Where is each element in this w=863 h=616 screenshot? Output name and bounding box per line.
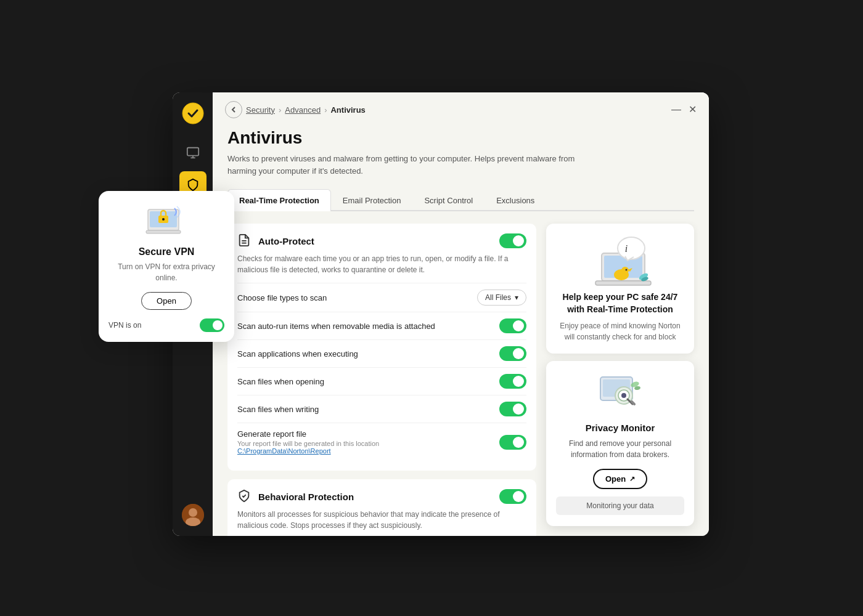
auto-protect-title: Auto-Protect [258, 236, 314, 246]
back-button[interactable] [225, 101, 242, 118]
vpn-card: Secure VPN Turn on VPN for extra privacy… [99, 191, 234, 342]
vpn-desc: Turn on VPN for extra privacy online. [108, 261, 224, 283]
svg-point-5 [182, 103, 203, 124]
setting-row-opening: Scan files when opening ✓ [237, 367, 526, 395]
vpn-status-label: VPN is on [108, 321, 141, 330]
norton-logo[interactable] [182, 102, 204, 124]
behavioral-title-row: Behavioral Protection [237, 489, 354, 504]
privacy-card-inner: Privacy Monitor Find and remove your per… [556, 372, 684, 515]
page-description: Works to prevent viruses and malware fro… [227, 153, 585, 177]
behavioral-protection-section: Behavioral Protection ✓ Monitors all pro… [227, 479, 536, 536]
tab-email-protection[interactable]: Email Protection [331, 189, 413, 211]
report-link[interactable]: C:\ProgramData\Norton\Report [237, 447, 379, 455]
report-sub: Your report file will be generated in th… [237, 440, 379, 447]
behavioral-icon [237, 489, 252, 504]
tab-real-time-protection[interactable]: Real-Time Protection [227, 189, 331, 211]
content-area: Security › Advanced › Antivirus — ✕ Anti… [213, 92, 709, 536]
behavioral-protection-header: Behavioral Protection ✓ [237, 489, 526, 504]
report-toggle[interactable]: ✓ [499, 435, 526, 450]
auto-protect-title-row: Auto-Protect [237, 233, 314, 248]
svg-point-4 [162, 218, 165, 221]
privacy-illustration [595, 372, 645, 411]
svg-rect-18 [595, 281, 651, 285]
page-content: Antivirus Works to prevent viruses and m… [213, 118, 709, 536]
settings-panel: Auto-Protect ✓ Checks for malware each t… [227, 224, 536, 536]
user-avatar[interactable] [182, 504, 204, 526]
tab-script-control[interactable]: Script Control [412, 189, 485, 211]
main-window: Security › Advanced › Antivirus — ✕ Anti… [173, 92, 709, 536]
privacy-open-button[interactable]: Open ↗ [593, 469, 647, 489]
opening-toggle[interactable]: ✓ [499, 374, 526, 389]
realtime-info-card: i [546, 224, 694, 354]
page-title: Antivirus [227, 128, 694, 148]
setting-row-report: Generate report file Your report file wi… [237, 423, 526, 461]
tabs: Real-Time Protection Email Protection Sc… [227, 189, 694, 211]
auto-protect-toggle[interactable]: ✓ [499, 233, 526, 248]
realtime-card-desc: Enjoy peace of mind knowing Norton will … [556, 320, 684, 342]
close-button[interactable]: ✕ [689, 105, 697, 115]
writing-label: Scan files when writing [237, 405, 319, 414]
file-type-label: Choose file types to scan [237, 293, 327, 302]
breadcrumb-current: Antivirus [330, 105, 365, 115]
privacy-card-title: Privacy Monitor [586, 423, 655, 433]
privacy-open-label: Open [605, 474, 626, 484]
breadcrumb-sep-2: › [324, 105, 327, 115]
svg-point-31 [621, 393, 626, 398]
tab-exclusions[interactable]: Exclusions [485, 189, 546, 211]
window-controls: — ✕ [671, 105, 697, 115]
svg-point-23 [626, 269, 628, 271]
privacy-card-desc: Find and remove your personal informatio… [556, 438, 684, 460]
external-link-icon: ↗ [629, 475, 635, 483]
file-type-row: Choose file types to scan All Files ▾ [237, 283, 526, 312]
svg-text:i: i [625, 243, 628, 254]
behavioral-title: Behavioral Protection [258, 492, 354, 502]
breadcrumb-security[interactable]: Security [246, 105, 275, 115]
svg-rect-2 [146, 230, 181, 233]
setting-row-autorun: Scan auto-run items when removable media… [237, 312, 526, 339]
opening-label: Scan files when opening [237, 377, 324, 386]
breadcrumb: Security › Advanced › Antivirus [225, 101, 366, 118]
auto-protect-desc: Checks for malware each time you or an a… [237, 253, 526, 275]
sidebar-item-device[interactable] [179, 139, 207, 166]
svg-point-12 [189, 508, 197, 517]
vpn-open-button[interactable]: Open [141, 292, 192, 310]
behavioral-desc: Monitors all processes for suspicious be… [237, 509, 526, 531]
realtime-illustration: i [589, 235, 651, 284]
minimize-button[interactable]: — [671, 105, 681, 115]
monitoring-badge: Monitoring your data [556, 496, 684, 515]
vpn-toggle[interactable]: ✓ [200, 318, 224, 332]
svg-rect-6 [187, 148, 198, 156]
behavioral-toggle[interactable]: ✓ [499, 489, 526, 504]
file-type-value: All Files [485, 293, 511, 302]
breadcrumb-sep-1: › [279, 105, 281, 115]
svg-point-19 [618, 237, 645, 259]
apps-toggle[interactable]: ✓ [499, 346, 526, 361]
svg-point-22 [621, 267, 629, 274]
vpn-illustration [145, 203, 188, 240]
split-layout: Auto-Protect ✓ Checks for malware each t… [227, 224, 694, 536]
auto-protect-icon [237, 233, 252, 248]
side-cards: i [546, 224, 694, 536]
report-label: Generate report file [237, 429, 379, 439]
writing-toggle[interactable]: ✓ [499, 402, 526, 416]
vpn-title: Secure VPN [139, 246, 195, 257]
title-bar: Security › Advanced › Antivirus — ✕ [213, 92, 709, 118]
breadcrumb-advanced[interactable]: Advanced [285, 105, 321, 115]
apps-label: Scan applications when executing [237, 349, 358, 359]
auto-protect-section: Auto-Protect ✓ Checks for malware each t… [227, 224, 536, 471]
auto-protect-header: Auto-Protect ✓ [237, 233, 526, 248]
setting-row-writing: Scan files when writing ✓ [237, 395, 526, 423]
file-type-selector[interactable]: All Files ▾ [477, 290, 526, 306]
autorun-label: Scan auto-run items when removable media… [237, 322, 435, 331]
setting-row-apps: Scan applications when executing ✓ [237, 339, 526, 367]
privacy-monitor-card: Privacy Monitor Find and remove your per… [546, 361, 694, 526]
realtime-card-title: Help keep your PC safe 24/7 with Real-Ti… [556, 291, 684, 315]
chevron-down-icon: ▾ [515, 293, 518, 302]
autorun-toggle[interactable]: ✓ [499, 318, 526, 333]
vpn-status-row: VPN is on ✓ [108, 318, 224, 332]
